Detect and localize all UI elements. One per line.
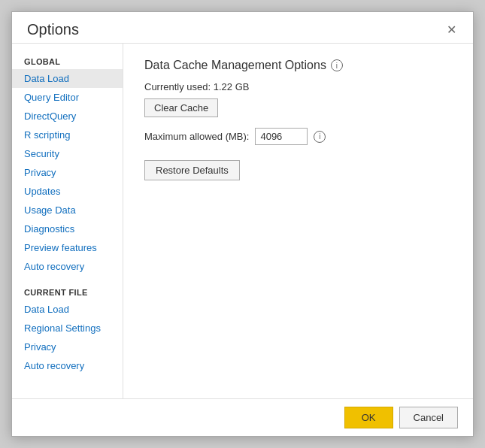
sidebar-item-auto-recovery[interactable]: Auto recovery [12,257,123,276]
global-section-label: GLOBAL [12,51,123,69]
sidebar-item-direct-query[interactable]: DirectQuery [12,107,123,126]
sidebar: GLOBAL Data Load Query Editor DirectQuer… [12,44,123,398]
dialog-body: GLOBAL Data Load Query Editor DirectQuer… [12,43,473,398]
content-title: Data Cache Management Options i [144,59,452,72]
content-area: Data Cache Management Options i Currentl… [123,44,473,398]
sidebar-item-cf-data-load[interactable]: Data Load [12,300,123,319]
ok-button[interactable]: OK [344,407,393,428]
current-file-section-label: CURRENT FILE [12,282,123,300]
clear-cache-button[interactable]: Clear Cache [144,98,218,117]
max-allowed-row: Maximum allowed (MB): i [144,128,452,145]
sidebar-item-security[interactable]: Security [12,144,123,163]
dialog-title: Options [27,21,442,38]
max-allowed-input[interactable] [255,128,308,145]
sidebar-item-data-load[interactable]: Data Load [12,69,123,88]
dialog-footer: OK Cancel [12,398,473,436]
sidebar-spacer [12,276,123,282]
sidebar-item-cf-auto-recovery[interactable]: Auto recovery [12,356,123,375]
sidebar-item-cf-privacy[interactable]: Privacy [12,338,123,356]
max-allowed-label: Maximum allowed (MB): [144,131,249,142]
sidebar-item-query-editor[interactable]: Query Editor [12,88,123,107]
sidebar-item-preview-features[interactable]: Preview features [12,238,123,257]
sidebar-item-updates[interactable]: Updates [12,182,123,201]
currently-used-label: Currently used: [144,81,211,92]
max-allowed-info-icon[interactable]: i [314,131,326,143]
cancel-button[interactable]: Cancel [399,407,458,428]
close-button[interactable]: ✕ [442,23,461,38]
currently-used-value: 1.22 GB [214,81,250,92]
sidebar-item-cf-regional-settings[interactable]: Regional Settings [12,319,123,338]
info-icon[interactable]: i [331,59,343,71]
sidebar-item-diagnostics[interactable]: Diagnostics [12,219,123,238]
title-bar: Options ✕ [12,12,473,43]
restore-defaults-button[interactable]: Restore Defaults [144,160,240,180]
sidebar-item-usage-data[interactable]: Usage Data [12,201,123,219]
sidebar-item-privacy[interactable]: Privacy [12,163,123,182]
sidebar-item-r-scripting[interactable]: R scripting [12,126,123,144]
content-title-text: Data Cache Management Options [144,59,326,72]
currently-used-row: Currently used: 1.22 GB [144,81,452,92]
options-dialog: Options ✕ GLOBAL Data Load Query Editor … [11,11,474,437]
